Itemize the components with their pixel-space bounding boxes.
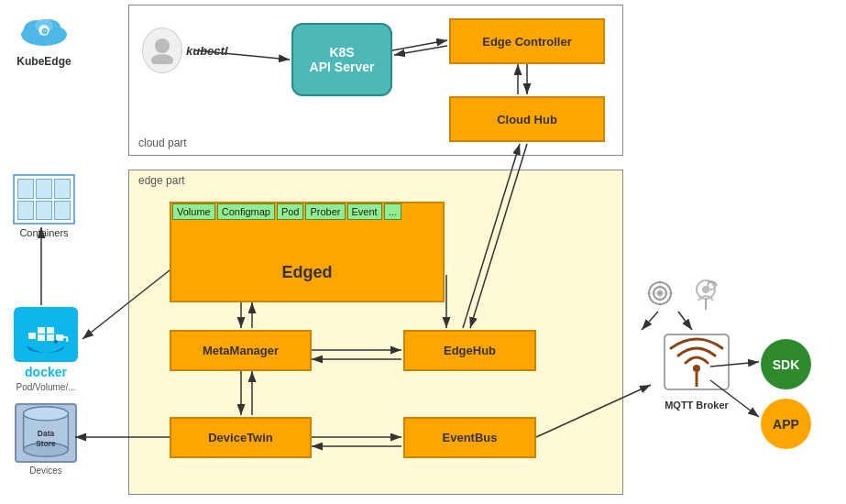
container-cell-4 <box>17 201 34 221</box>
edged-module-pod: Pod <box>277 203 304 220</box>
eventbus-box: EventBus <box>403 417 536 458</box>
k8s-line2: API Server <box>310 60 375 74</box>
containers-label: Containers <box>7 227 81 238</box>
svg-line-57 <box>678 312 692 330</box>
svg-rect-10 <box>38 334 45 341</box>
devicetwin-label: DeviceTwin <box>208 431 273 444</box>
cloud-hub-box: Cloud Hub <box>449 96 605 142</box>
edged-module-prober: Prober <box>305 203 345 220</box>
datastore-icon: Data Store <box>15 403 77 463</box>
edged-module-more: ... <box>384 203 401 220</box>
sdk-circle: SDK <box>761 339 811 389</box>
container-cell-5 <box>36 201 52 221</box>
container-cell-3 <box>54 179 71 199</box>
metamanager-box: MetaManager <box>170 330 312 371</box>
docker-icon <box>14 307 78 362</box>
container-cell-2 <box>36 179 52 199</box>
svg-point-7 <box>151 54 173 64</box>
svg-text:⚙: ⚙ <box>41 27 48 36</box>
mqtt-section: MQTT Broker <box>651 330 742 411</box>
svg-rect-12 <box>47 334 54 341</box>
svg-rect-11 <box>47 327 54 334</box>
svg-point-6 <box>155 38 170 53</box>
pod-volume-label: Pod/Volume/... <box>5 382 87 392</box>
user-icon <box>142 27 182 73</box>
docker-label: docker <box>5 365 87 379</box>
eventbus-label: EventBus <box>443 431 498 444</box>
cloud-part-label: cloud part <box>138 137 187 149</box>
containers-grid <box>13 174 75 225</box>
edge-controller-label: Edge Controller <box>482 35 572 49</box>
datastore-section: Data Store Devices <box>5 403 87 476</box>
devices-label: Devices <box>5 466 87 476</box>
svg-text:Store: Store <box>36 439 56 448</box>
svg-line-56 <box>642 312 658 330</box>
edgehub-label: EdgeHub <box>444 344 496 357</box>
kubeedge-logo: ⚙ KubeEdge <box>7 7 81 68</box>
kubectl-label: kubectl <box>186 44 228 58</box>
svg-point-32 <box>693 365 700 372</box>
svg-text:Data: Data <box>38 429 55 438</box>
edged-module-event: Event <box>347 203 382 220</box>
edge-controller-box: Edge Controller <box>449 18 605 64</box>
cloud-hub-label: Cloud Hub <box>497 113 557 126</box>
svg-rect-9 <box>38 327 45 334</box>
app-circle: APP <box>761 399 811 449</box>
svg-point-19 <box>24 407 69 421</box>
diagram-container: ⚙ KubeEdge cloud part kubectl K8S API Se… <box>0 0 846 504</box>
svg-rect-8 <box>28 333 36 339</box>
edged-module-configmap: Configmap <box>217 203 275 220</box>
kubeedge-label: KubeEdge <box>7 55 81 68</box>
docker-section: docker Pod/Volume/... <box>5 307 87 392</box>
edged-module-volume: Volume <box>172 203 215 220</box>
edgehub-box: EdgeHub <box>403 330 536 371</box>
containers-section: Containers <box>7 174 81 238</box>
container-cell-1 <box>17 179 34 199</box>
metamanager-label: MetaManager <box>203 344 279 357</box>
edge-part-label: edge part <box>138 174 185 187</box>
sdk-label: SDK <box>773 357 800 372</box>
devicetwin-box: DeviceTwin <box>170 417 312 458</box>
edged-modules-row: Volume Configmap Pod Prober Event ... <box>172 203 401 220</box>
mqtt-label: MQTT Broker <box>651 400 742 411</box>
svg-point-15 <box>54 340 58 344</box>
k8s-api-server-box: K8S API Server <box>291 23 392 96</box>
user-section: kubectl <box>142 27 228 73</box>
sensor-icons <box>642 275 724 312</box>
app-label: APP <box>773 417 799 432</box>
k8s-line1: K8S <box>310 45 375 60</box>
container-cell-6 <box>54 201 71 221</box>
edged-label: Edged <box>170 243 445 302</box>
